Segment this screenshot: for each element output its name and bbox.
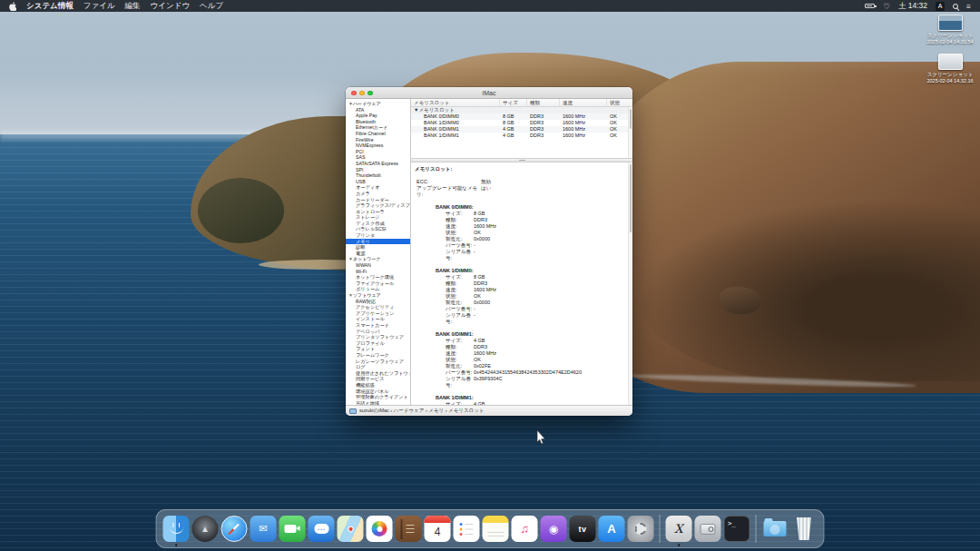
apple-menu[interactable] [9, 2, 16, 11]
window-titlebar[interactable]: iMac [346, 87, 632, 99]
sidebar-item[interactable]: ファイアウォール [346, 280, 410, 287]
facetime-icon[interactable] [279, 516, 306, 542]
menu-item-edit[interactable]: 編集 [125, 1, 141, 12]
table-row[interactable]: BANK 0/DIMM14 GBDDR31600 MHzOK [411, 126, 632, 133]
sidebar-item[interactable]: Thunderbolt [346, 172, 410, 179]
table-scrollbar-thumb[interactable] [630, 109, 632, 129]
calendar-icon[interactable]: 4 [425, 516, 451, 542]
sidebar-item[interactable]: フレームワーク [346, 352, 410, 359]
podcasts-icon[interactable]: ◉ [541, 516, 567, 542]
heart-icon[interactable]: ♡ [883, 2, 890, 11]
sidebar-item[interactable]: ディスク作成 [346, 221, 410, 227]
terminal-icon[interactable]: >_ [724, 516, 750, 542]
column-header-type[interactable]: 種類 [527, 99, 560, 106]
sidebar-item[interactable]: 診断 [346, 244, 410, 251]
sidebar-item[interactable]: Wi-Fi [346, 269, 410, 275]
sidebar-item[interactable]: Apple Pay [346, 113, 410, 119]
sysprefs-icon[interactable] [628, 516, 654, 542]
sidebar-item[interactable]: 機能拡張 [346, 382, 410, 389]
sidebar-item[interactable]: プリンタソフトウェア [346, 334, 410, 340]
diskutil-icon[interactable] [695, 516, 721, 542]
messages-icon[interactable]: ⋯ [309, 516, 335, 542]
sidebar-item[interactable]: スマートカード [346, 322, 410, 329]
safari-icon[interactable] [221, 516, 248, 542]
launchpad-icon[interactable]: ▲ [192, 516, 219, 542]
music-icon[interactable]: ♫ [512, 516, 538, 542]
appstore-icon[interactable]: A [599, 516, 625, 542]
tv-icon[interactable]: tv [570, 516, 596, 542]
sidebar-item[interactable]: SPI [346, 167, 410, 173]
sidebar-item[interactable]: WWAN [346, 262, 410, 269]
desktop-icon-screenshot-1[interactable]: スクリーンショット 2025-02-04 14.31.54 [924, 15, 976, 44]
table-row[interactable]: BANK 1/DIMM08 GBDDR31600 MHzOK [411, 120, 632, 126]
sidebar-item[interactable]: USB [346, 179, 410, 185]
menu-item-window[interactable]: ウインドウ [151, 1, 191, 12]
sidebar-item[interactable]: 言語と地域 [346, 400, 410, 405]
input-source-icon[interactable]: A [936, 2, 945, 11]
column-header-speed[interactable]: 速度 [560, 99, 607, 106]
sidebar-item[interactable]: Ethernetカード [346, 124, 410, 131]
sidebar-item[interactable]: オーディオ [346, 184, 410, 191]
sidebar-section-hardware[interactable]: ▼ハードウェア [346, 101, 410, 107]
column-header-size[interactable]: サイズ [500, 99, 527, 106]
photos-icon[interactable] [367, 516, 393, 542]
mail-icon[interactable]: ✉ [250, 516, 277, 542]
sidebar-section-network[interactable]: ▼ネットワーク [346, 256, 410, 262]
trash-icon[interactable] [791, 516, 818, 542]
finder-icon[interactable] [163, 516, 190, 542]
sidebar-item[interactable]: Bluetooth [346, 119, 410, 125]
sidebar-item[interactable]: 電源 [346, 251, 410, 257]
sidebar-item[interactable]: パラレルSCSI [346, 226, 410, 232]
notification-center-icon[interactable]: ≡ [966, 2, 971, 11]
sidebar-item[interactable]: NVMExpress [346, 143, 410, 149]
battery-icon[interactable] [865, 4, 875, 9]
detail-scrollbar-thumb[interactable] [630, 164, 632, 232]
sidebar-item[interactable]: プリンタ [346, 232, 410, 239]
sidebar-item[interactable]: 同期サービス [346, 376, 410, 382]
sidebar-item[interactable]: RAW対応 [346, 299, 410, 305]
sidebar-item[interactable]: アクセシビリティ [346, 304, 410, 310]
sidebar-item[interactable]: インストール [346, 316, 410, 322]
sidebar-item-memory[interactable]: メモリ [346, 239, 410, 245]
sidebar-item[interactable]: プロファイル [346, 340, 410, 347]
sidebar-item[interactable]: FireWire [346, 137, 410, 143]
sidebar-item[interactable]: ネットワーク環境 [346, 274, 410, 280]
sidebar-item[interactable]: アプリケーション [346, 310, 410, 317]
zoom-button[interactable] [368, 91, 373, 96]
menu-item-help[interactable]: ヘルプ [200, 1, 223, 12]
column-header-status[interactable]: 状態 [607, 99, 632, 106]
spotlight-icon[interactable] [953, 4, 958, 9]
maps-icon[interactable] [338, 516, 364, 542]
sidebar-item[interactable]: PCI [346, 149, 410, 155]
sidebar-item[interactable]: カードリーダー [346, 197, 410, 203]
table-row[interactable]: BANK 0/DIMM08 GBDDR31600 MHzOK [411, 113, 632, 120]
menu-item-file[interactable]: ファイル [83, 1, 115, 12]
table-row[interactable]: BANK 1/DIMM14 GBDDR31600 MHzOK [411, 133, 632, 139]
sidebar-item[interactable]: SATA/SATA Express [346, 161, 410, 167]
reminders-icon[interactable] [454, 516, 480, 542]
sidebar-item[interactable]: フォント [346, 346, 410, 352]
sidebar-item[interactable]: コントローラ [346, 209, 410, 215]
table-group-row[interactable]: ▼メモリスロット [411, 107, 632, 113]
downloads-icon[interactable] [762, 516, 789, 542]
sidebar-item[interactable]: レガシーソフトウェア [346, 359, 410, 365]
sidebar-item[interactable]: 環境設定パネル [346, 389, 410, 395]
contacts-icon[interactable] [396, 516, 422, 542]
sidebar-item[interactable]: グラフィックス/ディスプレイ [346, 202, 410, 209]
desktop-icon-screenshot-2[interactable]: スクリーンショット 2025-02-04 14.32.16 [924, 54, 976, 84]
column-header-slot[interactable]: メモリスロット [411, 99, 500, 106]
sidebar-item[interactable]: ストレージ [346, 214, 410, 221]
sidebar-item[interactable]: ATA [346, 107, 410, 113]
xquartz-icon[interactable]: X [666, 516, 692, 542]
menu-bar-clock[interactable]: 土 14:32 [898, 1, 927, 12]
sidebar-item[interactable]: Fibre Channel [346, 131, 410, 137]
sidebar-item[interactable]: カメラ [346, 191, 410, 197]
sidebar-section-software[interactable]: ▼ソフトウェア [346, 292, 410, 299]
sidebar-item[interactable]: ボリューム [346, 286, 410, 292]
minimize-button[interactable] [359, 91, 365, 96]
sidebar-item[interactable]: 管理対象のクライアント [346, 394, 410, 400]
app-menu-title[interactable]: システム情報 [26, 1, 74, 12]
sidebar-item[interactable]: 使用停止されたソフトウェア [346, 370, 410, 377]
notes-icon[interactable] [483, 516, 509, 542]
sidebar-item[interactable]: デベロッパ [346, 329, 410, 335]
